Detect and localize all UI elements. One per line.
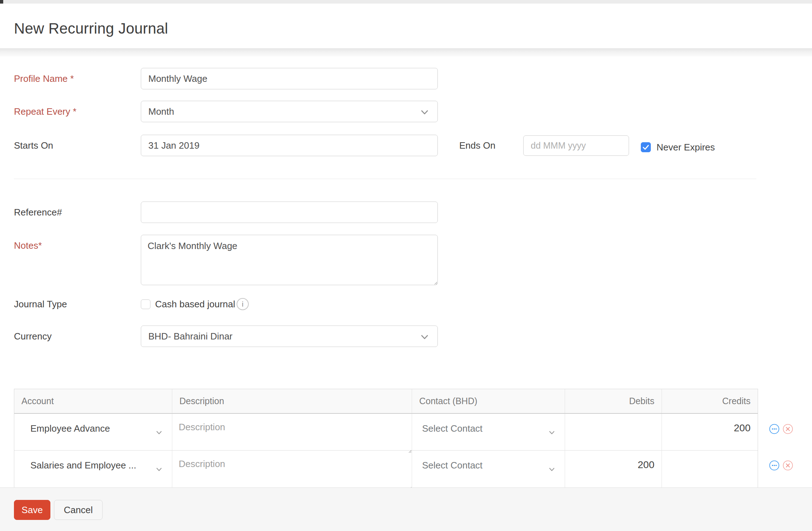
table-row: Salaries and Employee ... Select Contact… bbox=[14, 451, 758, 488]
chevron-down-icon bbox=[156, 426, 162, 437]
debits-cell[interactable]: 200 bbox=[565, 451, 662, 490]
ends-on-input[interactable] bbox=[523, 135, 629, 156]
info-icon[interactable]: i bbox=[237, 298, 249, 310]
top-left-mark bbox=[0, 0, 3, 4]
col-header-contact: Contact (BHD) bbox=[412, 389, 565, 413]
journal-type-label: Journal Type bbox=[14, 299, 67, 309]
page-header: New Recurring Journal bbox=[0, 4, 812, 48]
never-expires-label[interactable]: Never Expires bbox=[657, 142, 715, 153]
never-expires-checkbox[interactable] bbox=[641, 142, 651, 152]
ends-on-label: Ends On bbox=[459, 140, 495, 151]
currency-select[interactable]: BHD- Bahraini Dinar bbox=[141, 326, 438, 347]
table-header-row: Account Description Contact (BHD) Debits… bbox=[14, 389, 758, 414]
footer-bar: Save Cancel bbox=[0, 487, 812, 531]
row-actions bbox=[769, 424, 793, 436]
chevron-down-icon bbox=[549, 463, 555, 474]
table-row: Employee Advance Select Contact 200 bbox=[14, 414, 758, 451]
contact-select[interactable]: Select Contact bbox=[412, 414, 565, 453]
credits-cell[interactable] bbox=[662, 451, 758, 490]
col-header-credits: Credits bbox=[662, 389, 758, 413]
account-value: Employee Advance bbox=[30, 423, 110, 434]
chevron-down-icon bbox=[549, 426, 555, 437]
profile-name-label: Profile Name * bbox=[14, 73, 74, 84]
account-value: Salaries and Employee ... bbox=[30, 460, 136, 471]
account-select[interactable]: Salaries and Employee ... bbox=[14, 451, 172, 490]
chevron-down-icon bbox=[421, 106, 428, 117]
currency-label: Currency bbox=[14, 331, 51, 342]
col-header-debits: Debits bbox=[565, 389, 662, 413]
credits-cell[interactable]: 200 bbox=[662, 414, 758, 453]
notes-textarea[interactable]: Clark's Monthly Wage bbox=[141, 235, 438, 285]
reference-label: Reference# bbox=[14, 207, 62, 218]
contact-value: Select Contact bbox=[422, 460, 482, 471]
starts-on-label: Starts On bbox=[14, 140, 53, 151]
chevron-down-icon bbox=[156, 463, 162, 474]
repeat-every-value: Month bbox=[148, 106, 174, 117]
currency-value: BHD- Bahraini Dinar bbox=[148, 331, 233, 342]
notes-label: Notes* bbox=[14, 240, 42, 251]
check-icon bbox=[641, 143, 650, 152]
cash-based-journal-checkbox[interactable] bbox=[141, 299, 150, 309]
row-options-icon[interactable] bbox=[769, 460, 779, 472]
row-delete-icon[interactable] bbox=[783, 424, 793, 436]
col-header-description: Description bbox=[172, 389, 412, 413]
repeat-every-select[interactable]: Month bbox=[141, 101, 438, 122]
line-items-table: Account Description Contact (BHD) Debits… bbox=[14, 389, 758, 487]
account-select[interactable]: Employee Advance bbox=[14, 414, 172, 453]
cancel-button[interactable]: Cancel bbox=[54, 500, 103, 520]
cash-based-journal-label[interactable]: Cash based journal bbox=[155, 299, 235, 309]
description-textarea[interactable] bbox=[172, 414, 412, 453]
section-divider bbox=[14, 179, 756, 179]
debits-cell[interactable] bbox=[565, 414, 662, 453]
header-divider bbox=[0, 48, 812, 56]
page-title: New Recurring Journal bbox=[14, 20, 168, 37]
row-actions bbox=[769, 460, 793, 472]
row-options-icon[interactable] bbox=[769, 424, 779, 436]
contact-value: Select Contact bbox=[422, 423, 482, 434]
row-delete-icon[interactable] bbox=[783, 460, 793, 472]
reference-input[interactable] bbox=[141, 202, 438, 223]
contact-select[interactable]: Select Contact bbox=[412, 451, 565, 490]
col-header-account: Account bbox=[14, 389, 172, 413]
top-chrome-strip bbox=[0, 0, 812, 4]
chevron-down-icon bbox=[421, 331, 428, 342]
repeat-every-label: Repeat Every * bbox=[14, 106, 76, 117]
starts-on-input[interactable] bbox=[141, 135, 438, 156]
description-textarea[interactable] bbox=[172, 451, 412, 490]
profile-name-input[interactable] bbox=[141, 68, 438, 89]
save-button[interactable]: Save bbox=[14, 500, 50, 520]
